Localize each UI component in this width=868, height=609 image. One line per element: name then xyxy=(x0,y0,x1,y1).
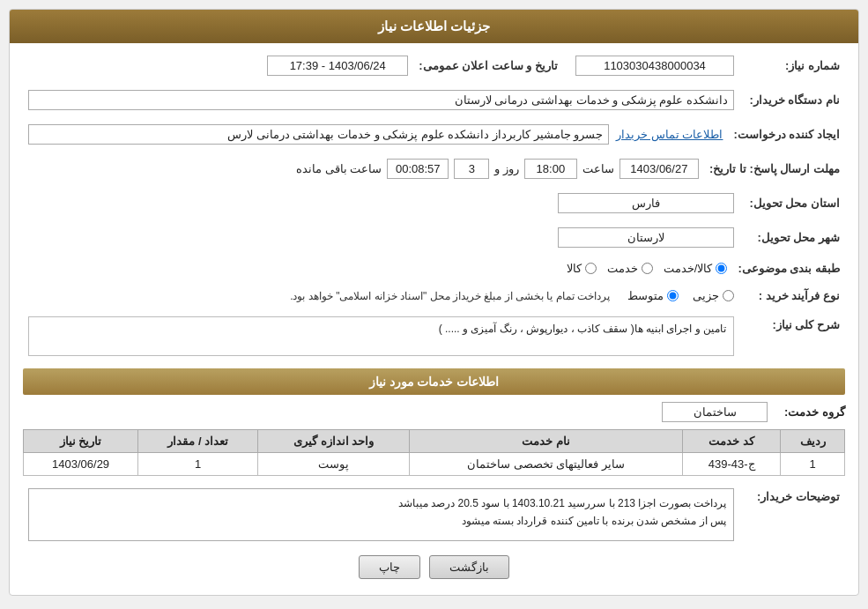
creator-contact-link[interactable]: اطلاعات تماس خریدار xyxy=(616,128,723,141)
buyer-notes-label: توضیحات خریدار: xyxy=(739,485,845,545)
date-value: 1403/06/24 - 17:39 xyxy=(267,56,408,76)
purchase-note: پرداخت تمام یا بخشی از مبلغ خریداز محل "… xyxy=(290,290,610,302)
cell-row: 1 xyxy=(781,453,845,476)
category-label: طبقه بندی موضوعی: xyxy=(732,258,845,279)
category-option-service: خدمت xyxy=(607,262,653,275)
buyer-notes-value: پرداخت بصورت اجزا 213 با سررسید 1403.10.… xyxy=(28,488,734,541)
province-label: استان محل تحویل: xyxy=(739,189,845,217)
deadline-remaining-label: ساعت باقی مانده xyxy=(296,162,382,175)
deadline-days-label: روز و xyxy=(494,162,519,175)
deadline-label: مهلت ارسال پاسخ: تا تاریخ: xyxy=(704,155,845,182)
need-number-value: 1103030438000034 xyxy=(575,56,734,76)
deadline-time-label: ساعت xyxy=(582,162,614,175)
city-label: شهر محل تحویل: xyxy=(739,224,845,251)
deadline-time: 18:00 xyxy=(524,159,577,179)
services-table: ردیف کد خدمت نام خدمت واحد اندازه گیری ت… xyxy=(23,429,845,476)
purchase-type-label: نوع فرآیند خرید : xyxy=(739,286,845,306)
date-label: تاریخ و ساعت اعلان عمومی: xyxy=(413,52,563,79)
col-qty: تعداد / مقدار xyxy=(138,430,258,453)
purchase-option-medium: متوسط xyxy=(627,289,679,302)
button-row: بازگشت چاپ xyxy=(23,555,845,579)
category-option-goods-service: کالا/خدمت xyxy=(664,262,728,275)
cell-code: ج-43-439 xyxy=(683,453,781,476)
province-value: فارس xyxy=(558,193,734,213)
category-radio-goods-service[interactable] xyxy=(716,263,727,274)
col-code: کد خدمت xyxy=(683,430,781,453)
cell-name: سایر فعالیتهای تخصصی ساختمان xyxy=(409,453,682,476)
description-value: تامین و اجرای ابنیه ها( سقف کاذب ، دیوار… xyxy=(28,316,734,356)
cell-qty: 1 xyxy=(138,453,258,476)
col-row: ردیف xyxy=(781,430,845,453)
deadline-remaining: 00:08:57 xyxy=(387,159,449,179)
category-radio-goods[interactable] xyxy=(585,263,597,274)
services-section-title: اطلاعات خدمات مورد نیاز xyxy=(23,368,845,395)
cell-date: 1403/06/29 xyxy=(24,453,138,476)
deadline-days: 3 xyxy=(454,159,489,179)
creator-value: جسرو جامشیر کاربرداز دانشکده علوم پزشکی … xyxy=(28,124,609,145)
category-option-goods: کالا xyxy=(567,262,597,275)
back-button[interactable]: بازگشت xyxy=(429,555,509,579)
print-button[interactable]: چاپ xyxy=(359,555,420,579)
category-radio-service[interactable] xyxy=(642,263,653,274)
service-group-value: ساختمان xyxy=(662,402,768,422)
cell-unit: پوست xyxy=(258,453,410,476)
purchase-radio-medium[interactable] xyxy=(667,290,679,301)
page-title: جزئیات اطلاعات نیاز xyxy=(10,10,858,43)
col-name: نام خدمت xyxy=(409,430,682,453)
purchase-option-partial: جزیی xyxy=(693,289,734,302)
buyer-label: نام دستگاه خریدار: xyxy=(739,86,845,114)
creator-label: ایجاد کننده درخواست: xyxy=(728,121,845,148)
purchase-radio-partial[interactable] xyxy=(723,290,734,301)
table-row: 1 ج-43-439 سایر فعالیتهای تخصصی ساختمان … xyxy=(24,453,845,476)
deadline-date: 1403/06/27 xyxy=(619,159,699,179)
buyer-value: دانشکده علوم پزشکی و خدمات بهداشتی درمان… xyxy=(28,90,734,110)
description-label: شرح کلی نیاز: xyxy=(739,313,845,360)
col-unit: واحد اندازه گیری xyxy=(258,430,410,453)
service-group-label: گروه خدمت: xyxy=(775,405,845,419)
need-number-label: شماره نیاز: xyxy=(739,52,845,79)
city-value: لارستان xyxy=(558,227,734,248)
col-date: تاریخ نیاز xyxy=(24,430,138,453)
